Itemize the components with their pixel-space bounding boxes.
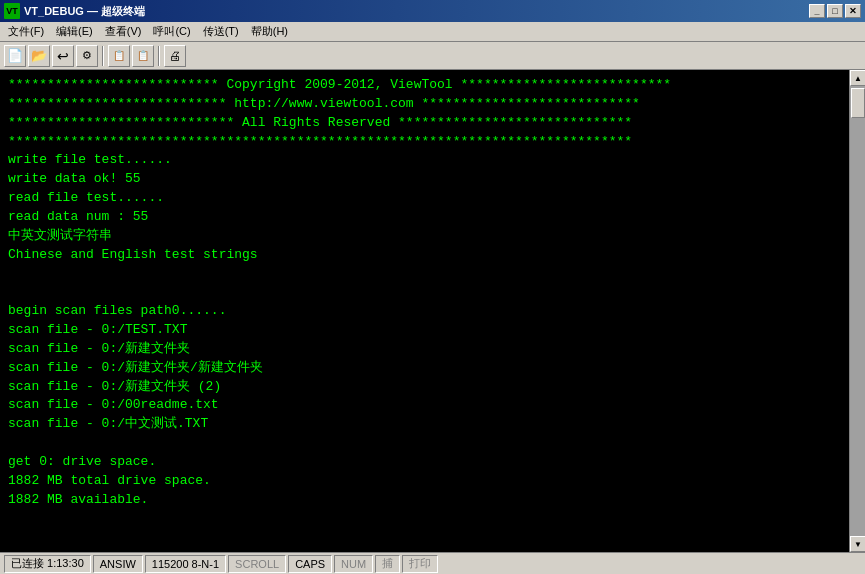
status-print: 打印 — [402, 555, 438, 573]
terminal-output: *************************** Copyright 20… — [8, 76, 841, 509]
minimize-button[interactable]: _ — [809, 4, 825, 18]
status-num: NUM — [334, 555, 373, 573]
scrollbar-track[interactable] — [850, 86, 865, 536]
open-button[interactable]: 📂 — [28, 45, 50, 67]
status-scroll: SCROLL — [228, 555, 286, 573]
terminal-area[interactable]: *************************** Copyright 20… — [0, 70, 849, 552]
menu-call[interactable]: 呼叫(C) — [147, 22, 196, 41]
main-content: *************************** Copyright 20… — [0, 70, 865, 552]
close-button[interactable]: ✕ — [845, 4, 861, 18]
status-caps: CAPS — [288, 555, 332, 573]
statusbar: 已连接 1:13:30 ANSIW 115200 8-N-1 SCROLL CA… — [0, 552, 865, 574]
paste-button[interactable]: 📋 — [132, 45, 154, 67]
toolbar: 📄 📂 ↩ ⚙ 📋 📋 🖨 — [0, 42, 865, 70]
copy-button[interactable]: 📋 — [108, 45, 130, 67]
status-capture: 捕 — [375, 555, 400, 573]
print-button[interactable]: 🖨 — [164, 45, 186, 67]
menu-edit[interactable]: 编辑(E) — [50, 22, 99, 41]
menu-help[interactable]: 帮助(H) — [245, 22, 294, 41]
menu-view[interactable]: 查看(V) — [99, 22, 148, 41]
app-icon-label: VT — [6, 6, 18, 16]
menu-transfer[interactable]: 传送(T) — [197, 22, 245, 41]
maximize-button[interactable]: □ — [827, 4, 843, 18]
toolbar-separator-1 — [102, 46, 104, 66]
scroll-up-button[interactable]: ▲ — [850, 70, 865, 86]
scrollbar: ▲ ▼ — [849, 70, 865, 552]
menubar: 文件(F) 编辑(E) 查看(V) 呼叫(C) 传送(T) 帮助(H) — [0, 22, 865, 42]
undo-button[interactable]: ↩ — [52, 45, 74, 67]
status-encoding: ANSIW — [93, 555, 143, 573]
scrollbar-thumb[interactable] — [851, 88, 865, 118]
toolbar-separator-2 — [158, 46, 160, 66]
titlebar: VT VT_DEBUG — 超级终端 _ □ ✕ — [0, 0, 865, 22]
menu-file[interactable]: 文件(F) — [2, 22, 50, 41]
settings-button[interactable]: ⚙ — [76, 45, 98, 67]
scroll-down-button[interactable]: ▼ — [850, 536, 865, 552]
titlebar-title: VT_DEBUG — 超级终端 — [24, 4, 809, 19]
status-connected: 已连接 1:13:30 — [4, 555, 91, 573]
status-baudrate: 115200 8-N-1 — [145, 555, 226, 573]
app-icon: VT — [4, 3, 20, 19]
window-controls: _ □ ✕ — [809, 4, 861, 18]
new-button[interactable]: 📄 — [4, 45, 26, 67]
